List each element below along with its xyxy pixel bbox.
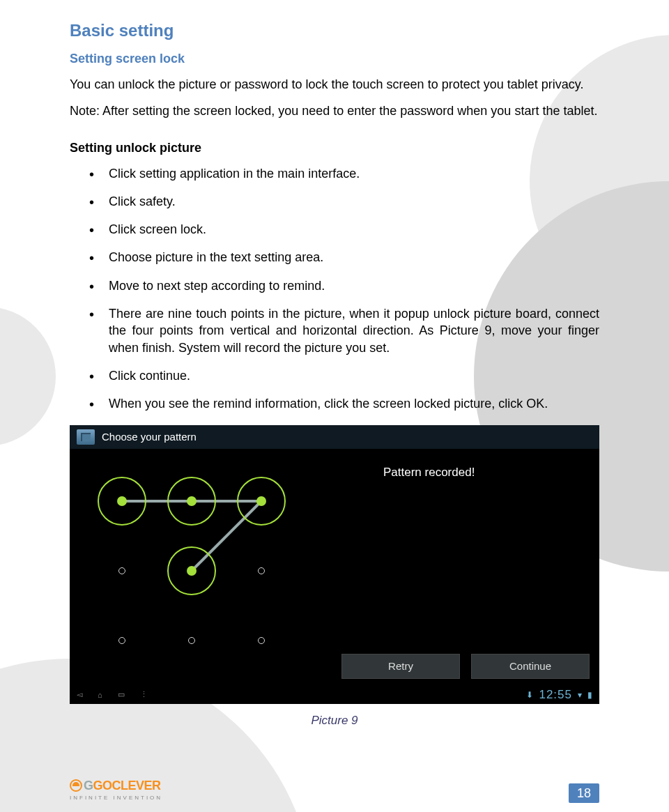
pattern-dot[interactable]	[167, 546, 216, 595]
figure-caption: Picture 9	[70, 714, 599, 728]
list-item: Click safety.	[89, 193, 599, 210]
clock: 12:55	[539, 688, 572, 702]
wifi-icon: ▾	[578, 690, 582, 700]
pattern-dot[interactable]	[167, 616, 216, 665]
home-icon[interactable]: ⌂	[98, 691, 102, 699]
pattern-dot[interactable]	[237, 477, 286, 526]
list-item: Click continue.	[89, 367, 599, 384]
pattern-dot[interactable]	[167, 477, 216, 526]
brand-logo: GGOCLEVER INFINITE INVENTION	[70, 779, 162, 801]
list-item: There are nine touch points in the pictu…	[89, 305, 599, 356]
embedded-screenshot: Choose your pattern Pattern recorded!	[70, 425, 599, 704]
recent-icon[interactable]: ▭	[118, 690, 125, 699]
list-item: Click screen lock.	[89, 221, 599, 238]
battery-icon: ▮	[587, 690, 592, 700]
retry-button[interactable]: Retry	[341, 654, 460, 679]
list-item: Move to next step according to remind.	[89, 277, 599, 294]
pattern-status: Pattern recorded!	[383, 466, 475, 480]
menu-icon[interactable]: ⋮	[140, 690, 148, 699]
subheading-screen-lock: Setting screen lock	[70, 52, 599, 66]
subheading-unlock-picture: Setting unlock picture	[70, 141, 599, 155]
pattern-dot[interactable]	[98, 477, 146, 526]
pattern-dot[interactable]	[98, 616, 146, 665]
back-icon[interactable]: ◅	[77, 690, 82, 699]
list-item: Choose picture in the text setting area.	[89, 249, 599, 266]
page-number: 18	[569, 786, 599, 801]
pattern-dot[interactable]	[98, 546, 146, 595]
list-item: When you see the remind information, cli…	[89, 395, 599, 412]
download-icon: ⬇	[526, 690, 533, 700]
pattern-grid[interactable]	[98, 477, 307, 686]
pattern-dot[interactable]	[237, 616, 286, 665]
continue-button[interactable]: Continue	[471, 654, 590, 679]
logo-icon	[70, 779, 82, 792]
screenshot-title: Choose your pattern	[102, 431, 197, 443]
list-item: Click setting application in the main in…	[89, 165, 599, 182]
steps-list: Click setting application in the main in…	[89, 165, 599, 413]
android-navbar: ◅ ⌂ ▭ ⋮ ⬇ 12:55 ▾ ▮	[70, 686, 599, 704]
intro-paragraph: You can unlock the picture or password t…	[70, 76, 599, 93]
main-heading: Basic setting	[70, 21, 599, 40]
note-paragraph: Note: After setting the screen locked, y…	[70, 102, 599, 119]
settings-icon	[77, 429, 95, 445]
brand-tagline: INFINITE INVENTION	[70, 795, 162, 801]
pattern-dot[interactable]	[237, 546, 286, 595]
